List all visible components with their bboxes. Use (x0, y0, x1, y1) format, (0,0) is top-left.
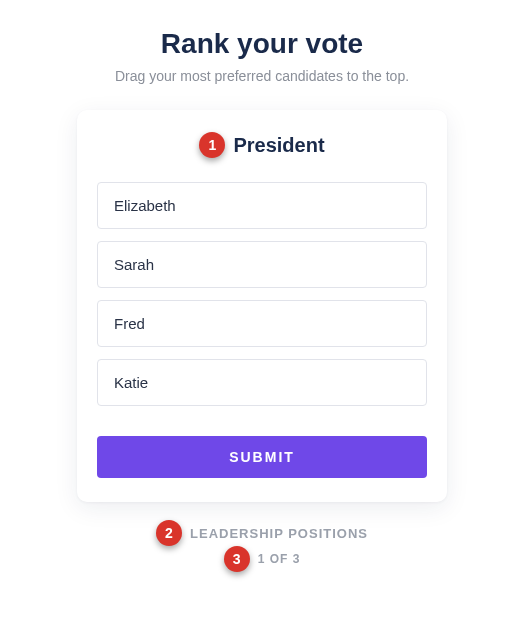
page-title: Rank your vote (161, 28, 363, 60)
candidate-item[interactable]: Katie (97, 359, 427, 406)
submit-button[interactable]: SUBMIT (97, 436, 427, 478)
footer-collection-label: LEADERSHIP POSITIONS (190, 526, 368, 541)
candidate-item[interactable]: Fred (97, 300, 427, 347)
candidate-item[interactable]: Elizabeth (97, 182, 427, 229)
page-subtitle: Drag your most preferred candidates to t… (115, 68, 409, 84)
footer-row-progress: 3 1 OF 3 (224, 546, 301, 572)
footer-progress: 1 OF 3 (258, 552, 301, 566)
page: Rank your vote Drag your most preferred … (0, 0, 524, 572)
card-title: President (233, 134, 324, 157)
footer-row-label: 2 LEADERSHIP POSITIONS (156, 520, 368, 546)
footer: 2 LEADERSHIP POSITIONS 3 1 OF 3 (156, 520, 368, 572)
candidate-list[interactable]: Elizabeth Sarah Fred Katie (97, 182, 427, 406)
vote-card: 1 President Elizabeth Sarah Fred Katie S… (77, 110, 447, 502)
annotation-badge-1: 1 (199, 132, 225, 158)
candidate-item[interactable]: Sarah (97, 241, 427, 288)
card-title-row: 1 President (97, 132, 427, 158)
annotation-badge-3: 3 (224, 546, 250, 572)
annotation-badge-2: 2 (156, 520, 182, 546)
